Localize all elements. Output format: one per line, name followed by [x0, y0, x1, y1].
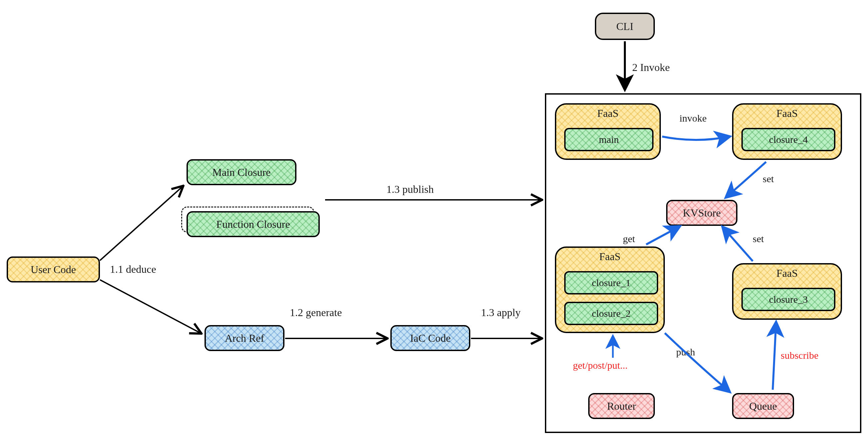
label-set2: set [753, 233, 764, 245]
diagram-root: User Code Main Closure Function Closure … [0, 0, 868, 441]
label-generate: 1.2 generate [290, 307, 342, 319]
label-deduce: 1.1 deduce [110, 263, 156, 276]
faas-main: FaaS main [555, 103, 661, 160]
faas-title: FaaS [734, 107, 841, 120]
faas-c12: FaaS closure_1 closure_2 [555, 247, 665, 333]
label-set1: set [763, 173, 774, 185]
node-queue: Queue [732, 393, 794, 419]
label-invoke: invoke [680, 113, 707, 124]
node-user-code: User Code [7, 256, 100, 282]
node-label: Main Closure [212, 166, 271, 179]
node-label: Function Closure [216, 218, 290, 230]
node-function-closure: Function Closure [187, 211, 320, 237]
fn-c4: closure_4 [741, 128, 835, 151]
label-invoke2: 2 Invoke [632, 61, 670, 73]
fn-label: closure_3 [769, 294, 808, 305]
fn-c2: closure_2 [564, 302, 658, 325]
label-get: get [623, 233, 635, 245]
label-subscribe: subscribe [781, 350, 818, 361]
fn-c3: closure_3 [741, 288, 835, 311]
node-label: Arch Ref [225, 332, 264, 344]
node-label: IaC Code [410, 332, 451, 344]
node-label: Router [607, 400, 636, 412]
node-main-closure: Main Closure [187, 159, 297, 185]
fn-c1: closure_1 [564, 271, 658, 294]
label-apply: 1.3 apply [481, 307, 521, 319]
faas-c3: FaaS closure_3 [732, 263, 842, 320]
node-arch-ref: Arch Ref [205, 325, 284, 351]
label-push: push [676, 346, 695, 358]
faas-c4: FaaS closure_4 [732, 103, 842, 160]
node-label: KVStore [683, 207, 721, 219]
node-kvstore: KVStore [666, 200, 738, 226]
node-cli: CLI [595, 13, 655, 40]
node-iac-code: IaC Code [391, 325, 470, 351]
fn-label: closure_4 [769, 134, 808, 145]
node-label: User Code [31, 263, 76, 276]
label-http: get/post/put... [573, 360, 627, 371]
fn-label: closure_1 [592, 277, 631, 288]
faas-title: FaaS [734, 267, 841, 279]
node-router: Router [588, 393, 655, 419]
label-publish: 1.3 publish [386, 183, 434, 195]
fn-label: main [599, 134, 619, 145]
faas-title: FaaS [556, 107, 659, 120]
faas-title: FaaS [556, 250, 663, 263]
node-label: Queue [749, 400, 777, 412]
fn-main: main [564, 128, 653, 151]
node-label: CLI [616, 20, 633, 33]
fn-label: closure_2 [592, 308, 631, 319]
